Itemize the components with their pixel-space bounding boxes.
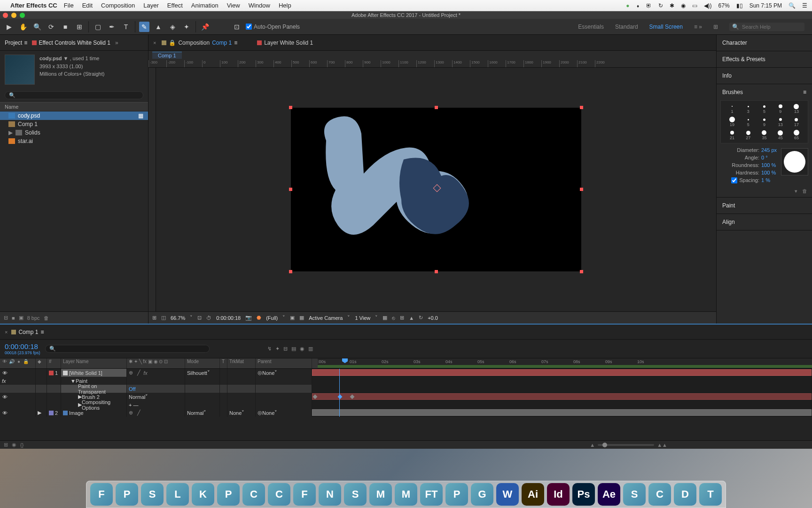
layer-row-2[interactable]: 👁▶ 2 Image ⊕ ╱ Normal ˅ None ˅ ◎ None ˅ <box>0 409 812 417</box>
anchor-tool[interactable]: ⊞ <box>74 22 85 32</box>
brush-preset[interactable]: 5 <box>757 103 772 115</box>
dock-app-stick[interactable]: S <box>344 483 367 506</box>
dock-app-msg[interactable]: M <box>395 483 417 506</box>
disclosure-icon[interactable]: ▶ <box>8 129 13 136</box>
dock-app-cal[interactable]: C <box>242 483 265 506</box>
exposure-value[interactable]: +0.0 <box>428 315 438 321</box>
roundness-value[interactable]: 100 % <box>761 162 779 168</box>
visibility-toggle[interactable]: 👁 <box>2 394 8 400</box>
project-item-cody[interactable]: cody.psd ▦ <box>0 111 148 120</box>
parent-dropdown[interactable]: None <box>262 370 274 376</box>
info-panel-header[interactable]: Info <box>717 68 812 84</box>
brush-preset[interactable]: 9 <box>773 103 788 115</box>
dock-app-font[interactable]: F <box>293 483 316 506</box>
paint-panel-header[interactable]: Paint <box>717 198 812 214</box>
rect-tool[interactable]: ▢ <box>93 22 103 32</box>
resolution-dropdown[interactable]: (Full) <box>266 315 278 321</box>
blend-mode-dropdown[interactable]: Silhouett <box>187 370 207 376</box>
zoom-tool[interactable]: 🔍 <box>32 22 42 32</box>
spacing-value[interactable]: 1 % <box>761 177 779 183</box>
dock-app-safari[interactable]: S <box>623 483 646 506</box>
reset-icon[interactable]: ↻ <box>419 315 423 321</box>
parent-header[interactable]: Parent <box>256 358 312 368</box>
zoom-dropdown[interactable]: 66.7% <box>171 315 185 321</box>
workspace-settings-icon[interactable]: ⊞ <box>713 24 718 30</box>
dock-app-store[interactable]: S <box>141 483 164 506</box>
share-icon[interactable]: ⎋ <box>392 315 395 321</box>
brush-preset[interactable]: 35 <box>757 129 772 141</box>
spacing-checkbox[interactable] <box>731 177 737 183</box>
window-maximize-button[interactable] <box>20 13 25 18</box>
close-tab-icon[interactable]: × <box>5 329 8 335</box>
dock-app-photo[interactable]: P <box>445 483 468 506</box>
views-dropdown[interactable]: 1 View <box>355 315 370 321</box>
layer-duration-bar[interactable] <box>312 369 812 376</box>
window-minimize-button[interactable] <box>11 13 16 18</box>
brush-preset[interactable]: 9 <box>757 116 772 128</box>
visibility-toggle[interactable]: 👁 <box>2 410 8 416</box>
diameter-value[interactable]: 245 px <box>761 147 779 153</box>
workspace-essentials[interactable]: Essentials <box>578 24 604 30</box>
ruler-vertical[interactable] <box>148 68 156 311</box>
menu-view[interactable]: View <box>227 2 240 9</box>
lock-icon[interactable]: 🔒 <box>169 40 176 46</box>
dock-app-w[interactable]: W <box>496 483 519 506</box>
dock-app-key[interactable]: K <box>192 483 214 506</box>
selection-tool[interactable]: ▶ <box>4 22 14 32</box>
eraser-tool[interactable]: ◈ <box>167 22 178 32</box>
layer-prop-compositing[interactable]: ▶ Compositing Options + — <box>0 401 812 409</box>
toggle-modes-icon[interactable]: ◉ <box>12 442 16 448</box>
brush-preset[interactable]: 1 <box>725 103 740 115</box>
workspace-small-screen[interactable]: Small Screen <box>649 24 683 30</box>
effect-controls-tab[interactable]: Effect Controls White Solid 1 <box>32 40 110 46</box>
battery-icon[interactable]: ▮▯ <box>736 2 743 9</box>
project-item-solids[interactable]: ▶ Solids <box>0 128 148 137</box>
work-area[interactable] <box>318 365 812 368</box>
paint-transparent-value[interactable]: Off <box>129 386 135 392</box>
timemachine-icon[interactable]: ↻ <box>658 2 663 9</box>
dock-app-docs[interactable]: D <box>674 483 696 506</box>
angle-value[interactable]: 0 ° <box>761 155 779 160</box>
new-comp-icon[interactable]: ▣ <box>19 315 23 321</box>
brush-duration-bar[interactable] <box>312 393 812 400</box>
fx-icon[interactable]: fx <box>2 378 6 384</box>
toggle-in-out-icon[interactable]: {} <box>20 442 23 448</box>
dock-app-contacts[interactable]: C <box>268 483 290 506</box>
dock-app-finder[interactable]: F <box>90 483 113 506</box>
dock-app-trash[interactable]: T <box>699 483 722 506</box>
effects-panel-header[interactable]: Effects & Presets <box>717 51 812 67</box>
visibility-toggle[interactable]: 👁 <box>2 370 8 376</box>
workspace-standard[interactable]: Standard <box>615 24 638 30</box>
res-icon[interactable]: ⊡ <box>197 315 202 321</box>
selection-handle[interactable] <box>289 188 292 191</box>
layer-row-1[interactable]: 👁 1 [White Solid 1] ⊕ ╱ fx Silhouett ˅ ◎… <box>0 369 812 377</box>
selection-handle[interactable] <box>289 270 292 273</box>
brush-preset[interactable]: 17 <box>789 116 804 128</box>
transparency-icon[interactable]: ▦ <box>299 315 304 321</box>
search-help[interactable]: 🔍 <box>729 23 804 31</box>
zoom-slider[interactable] <box>598 444 654 446</box>
playhead[interactable] <box>342 358 348 369</box>
brushes-panel-header[interactable]: Brushes≡ <box>717 84 812 100</box>
layer-duration-bar[interactable] <box>312 409 812 416</box>
comp-breadcrumb[interactable]: Comp 1 <box>152 52 182 59</box>
volume-icon[interactable]: ◀)) <box>704 2 712 9</box>
time-ruler[interactable]: :00s01s02s03s04s05s06s07s08s09s10s <box>318 358 812 368</box>
clock[interactable]: Sun 7:15 PM <box>750 2 782 9</box>
project-search[interactable]: 🔍 <box>5 91 143 99</box>
brush-preset[interactable]: 65 <box>789 129 804 141</box>
menu-file[interactable]: File <box>64 2 74 9</box>
pen-tool[interactable]: ✒ <box>107 22 117 32</box>
dock-app-ft[interactable]: FT <box>420 483 443 506</box>
brush-preset[interactable]: 3 <box>741 103 756 115</box>
panel-overflow-icon[interactable]: » <box>115 40 118 46</box>
snapshot-icon[interactable]: 📷 <box>245 315 252 321</box>
trkmat-header[interactable]: TrkMat <box>227 358 256 368</box>
auto-open-panels-checkbox[interactable]: Auto-Open Panels <box>246 24 300 30</box>
menu-edit[interactable]: Edit <box>82 2 93 9</box>
current-time[interactable]: 0:00:00:18 <box>5 342 40 350</box>
workspace-menu-icon[interactable]: ≡ » <box>694 24 702 30</box>
close-tab-icon[interactable]: × <box>153 40 156 46</box>
frame-blend-icon[interactable]: ▤ <box>291 346 296 352</box>
folder-icon[interactable]: ■ <box>12 315 15 321</box>
